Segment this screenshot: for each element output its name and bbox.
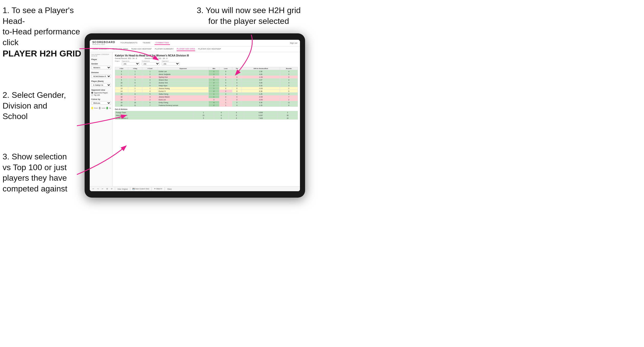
division-section: Division NCAA Division III xyxy=(91,71,111,78)
subnav-player-h2h[interactable]: PLAYER H2H GRID xyxy=(177,47,195,51)
table-row[interactable]: 1311Jessica Huang100-3.002 xyxy=(115,87,298,90)
table-row[interactable]: NAIA Division 115009.26730 xyxy=(115,114,298,117)
player-rank-label: Player (Rank) xyxy=(91,80,111,82)
th-tie: Tie xyxy=(232,67,242,70)
table-row[interactable]: 1125Heejo Hyun1003.333 xyxy=(115,84,298,87)
watch-btn[interactable]: 👁 Watch ▾ xyxy=(153,188,163,190)
toolbar-sep4 xyxy=(165,187,165,190)
table-row[interactable]: 914Sharon Mun1003.673 xyxy=(115,79,298,81)
refresh-btn[interactable]: ⟳ xyxy=(110,188,113,190)
th-win: Win xyxy=(208,67,219,70)
app-header: SCOREBOARD Powered by clippd TOURNAMENTS… xyxy=(90,40,300,46)
radio-opponents-played[interactable]: Opponents Played xyxy=(91,92,111,94)
table-row[interactable]: 522Alexis Sudjianto1004.003 xyxy=(115,73,298,76)
logo-text: SCOREBOARD xyxy=(92,41,115,44)
instruction-top-left: 1. To see a Player's Head- to-Head perfo… xyxy=(3,5,82,59)
division-label: Division xyxy=(91,71,111,74)
toolbar: ↩ ↪ ↩ ⊞ ⟳ View: Original 💾 Save Custom V… xyxy=(90,186,300,191)
view-original-btn[interactable]: View: Original xyxy=(117,188,128,190)
division-record-label: Division Record: 331 - 34 - 6 xyxy=(145,57,167,59)
nav-items: TOURNAMENTS TEAMS COMMITTEE xyxy=(119,41,286,45)
legend-up-dot xyxy=(106,107,108,109)
table-row[interactable]: 1474Eunice Yi2200.389 xyxy=(115,90,298,93)
sidebar: Last Updated: 27/03/2024 16:55:38 Player… xyxy=(90,52,113,186)
tablet: SCOREBOARD Powered by clippd TOURNAMENTS… xyxy=(85,33,305,198)
subnav-player-summary[interactable]: PLAYER SUMMARY xyxy=(155,47,174,51)
th-diff: Diff Av Strokes/Rnd xyxy=(242,67,280,70)
th-opponent: Opponent xyxy=(158,67,208,70)
overall-record-label: Overall Record: 353 - 34 - 6 xyxy=(115,57,137,59)
opponent-filter[interactable]: (All) xyxy=(162,62,180,65)
grid-btn[interactable]: ⊞ xyxy=(106,188,109,190)
main-content: Last Updated: 27/03/2024 16:55:38 Player… xyxy=(90,52,300,186)
th-loss: Loss xyxy=(219,67,232,70)
table-row[interactable]: 1613Jessica Mason120-0.947 xyxy=(115,95,298,98)
table-row[interactable]: Foreign Team1004.5002 xyxy=(115,111,298,114)
filter-opponents: Opponents: (All) xyxy=(122,60,140,65)
h2h-table: # Div # Reg # Conf Opponent Win Loss Tie… xyxy=(115,67,298,107)
instruction-bottom-left: 3. Show selectionvs Top 100 or justplaye… xyxy=(3,151,77,194)
opponent-view-section: Opponent view Opponents Played Top 100 xyxy=(91,89,111,96)
undo-btn[interactable]: ↩ xyxy=(92,188,95,190)
th-rounds: Rounds xyxy=(280,67,298,70)
opponent-view-label: Opponent view xyxy=(91,89,111,91)
table-row[interactable]: 1585Stella Cheng1001.254 xyxy=(115,93,298,95)
colour-by-label: Colour by xyxy=(91,98,111,100)
table-row[interactable]: 20117Federica Domecq Lacroze2101.336 xyxy=(115,104,298,107)
out-of-division-title: Out of division xyxy=(115,108,298,110)
gender-select[interactable]: Women's xyxy=(91,66,111,69)
undo2-btn[interactable]: ↩ xyxy=(101,188,104,190)
table-row[interactable]: NCAA Division 25007.40010 xyxy=(115,117,298,120)
sign-out-link[interactable]: Sign out xyxy=(290,42,297,44)
th-conf: # Conf xyxy=(142,67,158,70)
th-div: # Div xyxy=(115,67,128,70)
colour-by-section: Colour by Win/Loss xyxy=(91,98,111,105)
nav-committee[interactable]: COMMITTEE xyxy=(155,41,170,45)
share-btn[interactable]: Share xyxy=(166,188,172,190)
filter-conference: Conference (All) xyxy=(142,60,160,65)
instruction-top-right: 3. You will now see H2H gridfor the play… xyxy=(195,5,303,26)
save-custom-btn[interactable]: 💾 Save Custom View xyxy=(132,188,150,190)
division-select[interactable]: NCAA Division III xyxy=(91,74,111,78)
instruction-mid-left: 2. Select Gender,Division andSchool xyxy=(3,90,77,122)
header-right: Sign out xyxy=(290,42,297,44)
nav-tournaments[interactable]: TOURNAMENTS xyxy=(119,41,138,45)
filter-region: Region xyxy=(115,60,120,65)
subnav-team-h2h[interactable]: TEAM H2H GRID xyxy=(112,47,128,51)
radio-dot-top100 xyxy=(91,94,93,96)
subnav-team-summary[interactable]: TEAM SUMMARY xyxy=(92,47,109,51)
opponent-view-radio: Opponents Played Top 100 xyxy=(91,92,111,96)
nav-teams[interactable]: TEAMS xyxy=(142,41,152,45)
radio-top100[interactable]: Top 100 xyxy=(91,94,111,96)
conference-filter[interactable]: (All) xyxy=(142,62,160,65)
table-row[interactable]: 19106Emily Chang4100.3011 xyxy=(115,101,298,104)
gender-label: Gender xyxy=(91,63,111,65)
sub-nav: TEAM SUMMARY TEAM H2H GRID TEAM H2H HEAT… xyxy=(90,46,300,52)
table-row[interactable]: 311Esther Lee1011.504 xyxy=(115,70,298,73)
toolbar-sep3 xyxy=(152,187,152,190)
logo-sub: Powered by clippd xyxy=(92,44,115,45)
content-area: Katelyn Vo Head-to-Head Grid for Women's… xyxy=(113,52,300,186)
gender-section: Gender Women's xyxy=(91,63,111,69)
player-label: Player xyxy=(91,58,111,61)
tablet-screen: SCOREBOARD Powered by clippd TOURNAMENTS… xyxy=(90,40,300,191)
radio-dot-opponents xyxy=(91,92,93,94)
timestamp: Last Updated: 27/03/2024 16:55:38 xyxy=(91,54,111,57)
redo-btn[interactable]: ↪ xyxy=(96,188,99,190)
subnav-player-heatmap[interactable]: PLAYER H2H HEATMAP xyxy=(198,47,221,51)
table-row[interactable]: 1063Andrea York2004.004 xyxy=(115,81,298,84)
record-row: Overall Record: 353 - 34 - 6 Division Re… xyxy=(115,57,298,59)
subnav-team-heatmap[interactable]: TEAM H2H HEATMAP xyxy=(131,47,152,51)
player-rank-select[interactable]: 8. Katelyn Vo xyxy=(91,83,111,87)
player-section: Player xyxy=(91,58,111,61)
table-row[interactable]: 633Sydney Kuo010-1.003 xyxy=(115,76,298,79)
table-row[interactable]: 1822Euna Lee010-5.002 xyxy=(115,98,298,101)
page-title: Katelyn Vo Head-to-Head Grid for Women's… xyxy=(115,54,298,57)
legend-level-dot xyxy=(99,107,101,109)
colour-by-select[interactable]: Win/Loss xyxy=(91,101,111,105)
legend-down-dot xyxy=(91,107,93,109)
toolbar-sep1 xyxy=(115,187,115,190)
opponents-filter[interactable]: (All) xyxy=(122,62,140,65)
player-rank-section: Player (Rank) 8. Katelyn Vo xyxy=(91,80,111,87)
toolbar-sep2 xyxy=(130,187,130,190)
